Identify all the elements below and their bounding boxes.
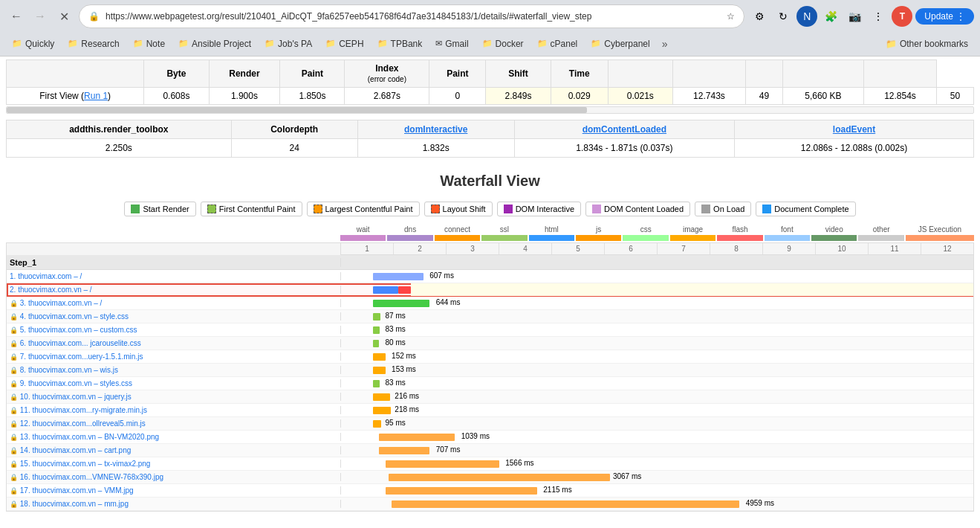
row-link-5: thuocvimax.com.vn – custom.css xyxy=(28,326,137,334)
row-label-4: 87 ms xyxy=(386,312,406,320)
ext1-button[interactable]: 🧩 xyxy=(820,6,841,27)
legend-start-render[interactable]: Start Render xyxy=(124,202,195,216)
waterfall-row-10[interactable]: 🔒 10. thuocvimax.com.vn – jquery.js 216 … xyxy=(7,390,973,404)
time-6: 6 xyxy=(605,243,658,254)
waterfall-row-5[interactable]: 🔒 5. thuocvimax.com.vn – custom.css 83 m… xyxy=(7,323,973,337)
legend-label-dom-interactive: DOM Interactive xyxy=(516,205,574,213)
lock-icon-11: 🔒 xyxy=(10,407,18,414)
other-bookmarks-label: Other bookmarks xyxy=(900,39,968,49)
bookmarks-more-button[interactable]: » xyxy=(658,36,672,52)
row-url-4: 🔒 4. thuocvimax.com.vn – style.css xyxy=(7,312,341,321)
row-link-11: thuocvimax.com...ry-migrate.min.js xyxy=(32,406,146,414)
scrollbar-thumb[interactable] xyxy=(7,107,587,113)
legend-on-load[interactable]: On Load xyxy=(695,202,751,216)
page-content: Byte Render Paint Index(error code) Pain… xyxy=(0,57,980,528)
lock-icon-18: 🔒 xyxy=(10,500,18,508)
waterfall-row-8[interactable]: 🔒 8. thuocvimax.com.vn – wis.js 153 ms xyxy=(7,364,973,377)
row-continuation-2 xyxy=(411,283,973,296)
bookmark-note[interactable]: 📁 Note xyxy=(127,36,171,51)
col-blank2 xyxy=(672,60,745,88)
extensions-button[interactable]: ⚙ xyxy=(749,6,770,27)
waterfall-row-12[interactable]: 🔒 12. thuocvimax.com...ollreveal5.min.js… xyxy=(7,417,973,431)
waterfall-row-16[interactable]: 🔒 16. thuocvimax.com...VMNEW-768x390.jpg… xyxy=(7,471,973,484)
lock-icon-14: 🔒 xyxy=(10,447,18,454)
run-link[interactable]: Run 1 xyxy=(84,91,108,101)
type-connect: connect xyxy=(435,225,480,234)
bookmark-research[interactable]: 📁 Research xyxy=(62,36,125,51)
legend-document-complete[interactable]: Document Complete xyxy=(756,202,855,216)
address-bar[interactable]: 🔒 https://www.webpagetest.org/result/210… xyxy=(79,4,744,28)
waterfall-row-7[interactable]: 🔒 7. thuocvimax.com...uery-1.5.1.min.js … xyxy=(7,350,973,364)
lock-icon-5: 🔒 xyxy=(10,326,18,334)
legend-fcp[interactable]: First Contentful Paint xyxy=(201,202,302,216)
reload-button[interactable]: ✕ xyxy=(53,6,74,27)
metrics-table: Byte Render Paint Index(error code) Pain… xyxy=(6,59,974,105)
col-blank5 xyxy=(863,60,936,88)
col-addthis: addthis.render_toolbox xyxy=(7,120,232,139)
row-num-1: 1. xyxy=(10,272,16,280)
bookmark-cpanel[interactable]: 📁 cPanel xyxy=(531,36,584,51)
new-ext-button[interactable]: N xyxy=(796,6,817,27)
bookmark-jobpa[interactable]: 📁 Job's PA xyxy=(259,36,318,51)
waterfall-row-4[interactable]: 🔒 4. thuocvimax.com.vn – style.css 87 ms xyxy=(7,310,973,323)
update-button[interactable]: Update ⋮ xyxy=(915,8,974,25)
lock-icon-9: 🔒 xyxy=(10,380,18,387)
waterfall-row-18[interactable]: 🔒 18. thuocvimax.com.vn – mm.jpg 4959 ms xyxy=(7,498,973,511)
profile-button[interactable]: T xyxy=(892,6,912,27)
legend-dom-interactive[interactable]: DOM Interactive xyxy=(497,202,581,216)
star-icon[interactable]: ☆ xyxy=(727,11,735,22)
row-label-5: 83 ms xyxy=(386,325,406,333)
metric-50: 50 xyxy=(937,88,974,105)
row-label-8: 153 ms xyxy=(392,365,416,373)
bar-video xyxy=(811,235,857,241)
row-num-3: 3. xyxy=(20,299,26,307)
bookmark-gmail[interactable]: ✉ Gmail xyxy=(429,36,474,51)
bookmark-ansible[interactable]: 📁 Ansible Project xyxy=(172,36,257,51)
dominteractive-link[interactable]: domInteractive xyxy=(404,124,467,135)
row-bar-area-5: 83 ms xyxy=(341,323,973,336)
row-url-14: 🔒 14. thuocvimax.com.vn – cart.png xyxy=(7,446,341,454)
type-other: other xyxy=(858,225,903,234)
waterfall-row-3[interactable]: 🔒 3. thuocvimax.com.vn – / 644 ms xyxy=(7,297,973,310)
ext2-button[interactable]: 📷 xyxy=(844,6,865,27)
val-addthis: 2.250s xyxy=(7,139,232,158)
waterfall-row-13[interactable]: 🔒 13. thuocvimax.com.vn – BN-VM2020.png … xyxy=(7,431,973,444)
time-12: 12 xyxy=(921,243,973,254)
waterfall-rows-container: 1 2 3 4 5 6 7 8 9 10 11 12 xyxy=(6,242,974,512)
legend-dom-content-loaded[interactable]: DOM Content Loaded xyxy=(585,202,690,216)
bookmark-ceph[interactable]: 📁 CEPH xyxy=(319,36,369,51)
folder-icon: 📁 xyxy=(325,39,336,48)
domcontentloaded-link[interactable]: domContentLoaded xyxy=(583,124,666,135)
bookmark-docker[interactable]: 📁 Docker xyxy=(476,36,530,51)
col-paint-first: Paint xyxy=(280,60,345,88)
bookmark-tpbank[interactable]: 📁 TPBank xyxy=(371,36,429,51)
more-button[interactable]: ⋮ xyxy=(868,6,889,27)
row-bar-area-7: 152 ms xyxy=(341,350,973,363)
back-button[interactable]: ← xyxy=(6,6,27,27)
row-link-18: thuocvimax.com.vn – mm.jpg xyxy=(32,500,129,508)
legend-label-fcp: First Contentful Paint xyxy=(219,205,296,213)
waterfall-row-6[interactable]: 🔒 6. thuocvimax.com... jcarouselite.css … xyxy=(7,337,973,350)
other-bookmarks[interactable]: 📁 Other bookmarks xyxy=(880,36,974,51)
waterfall-row-14[interactable]: 🔒 14. thuocvimax.com.vn – cart.png 707 m… xyxy=(7,444,973,457)
lock-icon-17: 🔒 xyxy=(10,487,18,495)
loadevent-link[interactable]: loadEvent xyxy=(833,124,875,135)
waterfall-row-1[interactable]: 1. thuocvimax.com – / 607 ms xyxy=(7,270,973,283)
forward-button[interactable]: → xyxy=(30,6,51,27)
waterfall-row-2[interactable]: 2. thuocvimax.com.vn – / 270 ms (301) xyxy=(7,283,973,297)
row-bar-3 xyxy=(373,300,430,307)
bookmark-quickly[interactable]: 📁 Quickly xyxy=(6,36,60,51)
waterfall-row-17[interactable]: 🔒 17. thuocvimax.com.vn – VMM.jpg 2115 m… xyxy=(7,484,973,498)
waterfall-row-11[interactable]: 🔒 11. thuocvimax.com...ry-migrate.min.js… xyxy=(7,404,973,417)
waterfall-row-9[interactable]: 🔒 9. thuocvimax.com.vn – styles.css 83 m… xyxy=(7,377,973,390)
waterfall-row-15[interactable]: 🔒 15. thuocvimax.com.vn – tx-vimax2.png … xyxy=(7,457,973,471)
bookmark-cyberpanel[interactable]: 📁 Cyberpanel xyxy=(585,36,655,51)
refresh-button[interactable]: ↻ xyxy=(773,6,794,27)
legend-color-start-render xyxy=(131,205,140,213)
metric-12854: 12.854s xyxy=(863,88,936,105)
row-bar-area-15: 1566 ms xyxy=(341,457,973,470)
col-domcontentloaded-header: domContentLoaded xyxy=(514,120,734,139)
legend-lcp[interactable]: Largest Contentful Paint xyxy=(307,202,420,216)
legend-layout-shift[interactable]: Layout Shift xyxy=(424,202,493,216)
bar-flash xyxy=(717,235,762,241)
